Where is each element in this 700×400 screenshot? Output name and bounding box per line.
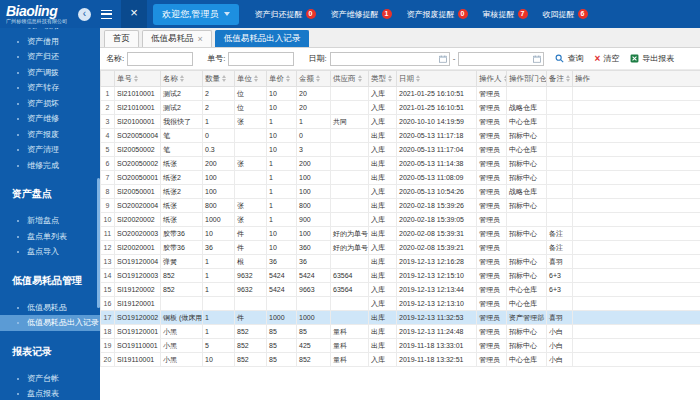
cell: 852 xyxy=(161,269,203,283)
sidebar-item[interactable]: 低值易耗品 xyxy=(0,300,100,316)
cell-index: 7 xyxy=(101,171,115,185)
cell: 800 xyxy=(297,199,331,213)
calendar-icon[interactable] xyxy=(439,55,447,63)
cell: SO19120001 xyxy=(115,325,161,339)
cell: 资产管理部 xyxy=(507,311,547,325)
table-row[interactable]: 5SI20050002笔0.3103入库2020-05-13 11:17:04管… xyxy=(101,143,700,157)
order-filter-input[interactable] xyxy=(228,52,294,66)
export-button-label: 导出报表 xyxy=(642,53,674,64)
sort-icon xyxy=(134,75,138,82)
tab[interactable]: 低值易耗品出入记录 xyxy=(215,30,310,47)
main-content: 首页低值易耗品×低值易耗品出入记录 名称: 单号: 日期: - 查询 × xyxy=(100,28,700,400)
sidebar-item[interactable]: 资产借用 xyxy=(0,34,100,50)
sidebar-item[interactable]: 资产调拨 xyxy=(0,65,100,81)
cell: 2 xyxy=(203,101,235,115)
cell-index: 10 xyxy=(101,213,115,227)
table-row[interactable]: 19SO19110001小黑585285425量科出库2019-11-18 13… xyxy=(101,339,700,353)
table-row[interactable]: 1SI21010001测试22位1020入库2021-01-25 16:10:5… xyxy=(101,87,700,101)
cell: 纸张 xyxy=(161,199,203,213)
sidebar-item[interactable]: 资产损坏 xyxy=(0,96,100,112)
column-header[interactable]: 数量 xyxy=(203,71,235,87)
tab[interactable]: 首页 xyxy=(104,30,139,47)
table-row[interactable]: 11SO20020003胶带3610件10100好的为单号出库2020-02-0… xyxy=(101,227,700,241)
column-header[interactable]: 单号 xyxy=(115,71,161,87)
column-header[interactable]: 日期 xyxy=(397,71,477,87)
table-row[interactable]: 17SO19120002铜板 (做床用1件10001000出库2019-12-1… xyxy=(101,311,700,325)
cell: 管理员 xyxy=(477,185,507,199)
cell xyxy=(235,171,267,185)
table-row[interactable]: 8SI20050001纸张21001100入库2020-05-13 10:54:… xyxy=(101,185,700,199)
column-header[interactable]: 类型 xyxy=(369,71,397,87)
notification-item[interactable]: 资产报废提醒0 xyxy=(407,9,468,20)
cell: 招标中心 xyxy=(507,255,547,269)
notification-badge: 0 xyxy=(458,9,468,19)
column-header[interactable]: 单价 xyxy=(267,71,297,87)
sidebar-section-title: 资产盘点 xyxy=(0,173,100,213)
table-row[interactable]: 2SI21010001测试22位1020入库2021-01-25 16:10:5… xyxy=(101,101,700,115)
export-report-button[interactable]: 导出报表 xyxy=(630,53,674,64)
tab-close-icon[interactable]: × xyxy=(198,35,203,43)
table-row[interactable]: 7SO20050001纸张21001100出库2020-05-13 11:08:… xyxy=(101,171,700,185)
cell-operation xyxy=(573,171,700,185)
sidebar-item[interactable]: 资产报废 xyxy=(0,127,100,143)
sidebar-collapse-button[interactable]: ‹ xyxy=(78,8,91,21)
sidebar-item[interactable]: 维修完成 xyxy=(0,158,100,174)
notification-item[interactable]: 资产维修提醒1 xyxy=(331,9,392,20)
cell xyxy=(331,101,369,115)
search-button[interactable]: 查询 xyxy=(555,53,583,64)
table-row[interactable]: 10SI20020002纸张1000张1900入库2020-02-18 15:3… xyxy=(101,213,700,227)
sidebar-item[interactable]: 盘点单列表 xyxy=(0,229,100,245)
close-menu-icon[interactable]: × xyxy=(121,0,147,28)
sort-icon xyxy=(316,75,320,82)
table-row[interactable]: 9SO20020004纸张800张1800出库2020-02-18 15:39:… xyxy=(101,199,700,213)
cell: 出库 xyxy=(369,255,397,269)
cell xyxy=(547,157,573,171)
table-row[interactable]: 6SO20050002纸张200张1200出库2020-05-13 11:14:… xyxy=(101,157,700,171)
cell-index: 8 xyxy=(101,185,115,199)
sidebar-item[interactable]: 资产转存 xyxy=(0,80,100,96)
cell xyxy=(235,129,267,143)
table-row[interactable]: 20SI19110001小黑1085285852量科入库2019-11-18 1… xyxy=(101,353,700,367)
column-header[interactable]: 备注 xyxy=(547,71,573,87)
cell: SI21010001 xyxy=(115,87,161,101)
column-header[interactable]: 供应商 xyxy=(331,71,369,87)
sidebar-item[interactable]: 资产归还 xyxy=(0,49,100,65)
table-row[interactable]: 15SI19120002852196325424966363564入库2019-… xyxy=(101,283,700,297)
table-row[interactable]: 3SI20100001我很快了1张11共同入库2020-10-10 14:19:… xyxy=(101,115,700,129)
name-filter-input[interactable] xyxy=(127,52,193,66)
sidebar-item[interactable]: 低值易耗品出入记录 xyxy=(0,315,100,331)
date-to-input[interactable] xyxy=(459,53,533,65)
sidebar-item[interactable]: 新增盘点 xyxy=(0,213,100,229)
table-row[interactable]: 16SI19120001入库2019-12-13 12:13:10管理员中心仓库 xyxy=(101,297,700,311)
clear-button[interactable]: × 清空 xyxy=(594,53,619,64)
table-row[interactable]: 18SO19120001小黑18528585量科出库2019-12-13 11:… xyxy=(101,325,700,339)
column-header[interactable]: 金额 xyxy=(297,71,331,87)
sidebar-item[interactable]: 盘点报表 xyxy=(0,386,100,400)
column-header[interactable]: 名称 xyxy=(161,71,203,87)
welcome-text: 欢迎您,管理员 xyxy=(162,8,219,21)
column-header[interactable]: 单位 xyxy=(235,71,267,87)
sidebar-item[interactable]: 资产清理 xyxy=(0,142,100,158)
hamburger-icon[interactable] xyxy=(101,10,112,19)
sidebar-item[interactable]: 资产台帐 xyxy=(0,371,100,387)
notification-item[interactable]: 审核提醒7 xyxy=(483,9,528,20)
cell: SI20050001 xyxy=(115,185,161,199)
cell: 招标中心 xyxy=(507,325,547,339)
cell: 入库 xyxy=(369,101,397,115)
table-row[interactable]: 4SO20050004笔0100出库2020-05-13 11:17:18管理员… xyxy=(101,129,700,143)
column-header[interactable]: 操作人 xyxy=(477,71,507,87)
sidebar-item[interactable]: 盘点导入 xyxy=(0,244,100,260)
date-from-input[interactable] xyxy=(331,53,439,65)
calendar-icon[interactable] xyxy=(533,55,541,63)
table-row[interactable]: 13SO19120004弹簧1根3636出库2019-12-13 12:16:2… xyxy=(101,255,700,269)
table-row[interactable]: 12SI20020001胶带3636件10360好的为单号入库2020-02-0… xyxy=(101,241,700,255)
notification-item[interactable]: 收回提醒6 xyxy=(543,9,588,20)
table-row[interactable]: 14SO19120003852196325424542463564出库2019-… xyxy=(101,269,700,283)
cell: 9663 xyxy=(297,283,331,297)
user-menu-button[interactable]: 欢迎您,管理员 xyxy=(153,4,239,25)
notification-item[interactable]: 资产归还提醒0 xyxy=(255,9,316,20)
tab[interactable]: 低值易耗品× xyxy=(142,30,212,47)
sidebar-item[interactable]: 资产维修 xyxy=(0,111,100,127)
cell: 中心仓库 xyxy=(507,143,547,157)
cell: 2020-05-13 11:08:09 xyxy=(397,171,477,185)
